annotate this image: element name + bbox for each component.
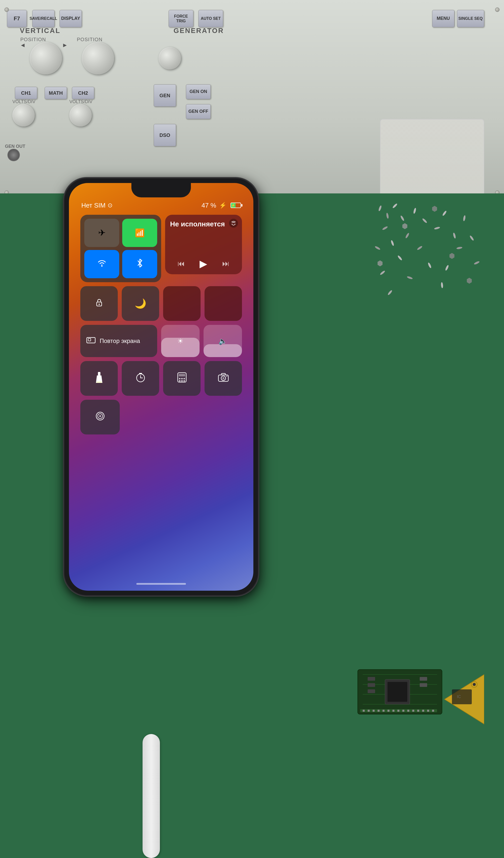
osc-vertical-label: VERTICAL: [20, 27, 61, 35]
svg-point-78: [181, 378, 183, 379]
svg-rect-48: [388, 710, 389, 712]
calculator-tile[interactable]: [163, 361, 200, 396]
tile-empty-1[interactable]: [163, 286, 200, 321]
osc-force-trig-btn[interactable]: FORCE TRIG: [168, 10, 193, 27]
osc-display-btn[interactable]: DISPLAY: [60, 10, 82, 27]
iphone-screen: Нет SIM ⊙ 47 % ⚡ ⚡: [69, 183, 254, 591]
home-indicator[interactable]: [136, 583, 186, 585]
wifi-icon: [97, 259, 107, 269]
svg-point-15: [463, 215, 466, 221]
svg-point-4: [382, 226, 388, 231]
wifi-tile[interactable]: [84, 250, 119, 278]
airplane-icon: ✈: [98, 228, 105, 238]
volume-slider[interactable]: 🔈: [204, 325, 242, 357]
airplay-button[interactable]: [229, 219, 238, 228]
svg-point-79: [183, 378, 185, 379]
osc-auto-set-btn[interactable]: AUTO SET: [198, 10, 223, 27]
cc-second-row: 🌙: [80, 286, 242, 321]
svg-point-24: [387, 290, 393, 296]
airplane-mode-tile[interactable]: ✈: [84, 219, 119, 247]
svg-rect-39: [368, 689, 375, 693]
nfc-spacer: [124, 400, 242, 434]
flashlight-tile[interactable]: [80, 361, 118, 396]
bluetooth-icon: [137, 259, 143, 270]
svg-point-21: [469, 235, 474, 241]
osc-single-seq-btn[interactable]: SINGLE SEQ: [457, 10, 484, 27]
tile-empty-2[interactable]: [205, 286, 242, 321]
hotspot-tile[interactable]: 📶: [122, 219, 157, 247]
music-tile[interactable]: Не исполняется ⏮ ▶ ⏭: [165, 215, 242, 274]
svg-rect-68: [98, 372, 100, 376]
music-controls: ⏮ ▶ ⏭: [170, 258, 237, 269]
iphone-notch: [131, 183, 191, 197]
osc-save-recall-btn[interactable]: SAVE/RECALL: [32, 10, 54, 27]
svg-point-14: [397, 255, 403, 261]
svg-rect-76: [179, 374, 185, 377]
osc-bnc-connector: [7, 149, 20, 161]
osc-gen-on-btn[interactable]: GEN ON: [186, 84, 211, 99]
screen-lock-icon: [94, 298, 104, 309]
osc-gen-off-btn[interactable]: GEN OFF: [186, 104, 211, 119]
osc-ch1-btn[interactable]: CH1: [15, 87, 37, 99]
brightness-icon: ☀: [177, 337, 183, 345]
wifi-status-icon: ⊙: [108, 202, 113, 209]
svg-point-10: [375, 246, 381, 251]
control-center: ✈ 📶: [76, 215, 246, 434]
osc-math-btn[interactable]: MATH: [45, 87, 67, 99]
svg-point-6: [422, 218, 428, 224]
svg-marker-27: [450, 253, 454, 259]
svg-point-82: [183, 380, 185, 382]
osc-screw-tr: [495, 7, 500, 12]
iphone-body: Нет SIM ⊙ 47 % ⚡ ⚡: [64, 178, 258, 595]
status-right: 47 % ⚡ ⚡: [201, 202, 241, 209]
svg-rect-70: [96, 381, 102, 383]
svg-rect-74: [139, 373, 142, 374]
screen-mirror-tile[interactable]: Повтор экрана: [80, 325, 157, 357]
do-not-disturb-tile[interactable]: 🌙: [122, 286, 159, 321]
svg-point-86: [226, 376, 227, 377]
screws-pile: [365, 198, 489, 347]
osc-ch2-btn[interactable]: CH2: [72, 87, 94, 99]
timer-tile[interactable]: [122, 361, 159, 396]
osc-f7-btn[interactable]: F7: [7, 10, 27, 27]
svg-point-2: [392, 203, 398, 209]
screen-mirror-icon: [86, 336, 96, 346]
osc-volts-div1-knob[interactable]: [12, 104, 35, 126]
cc-tile-group-2x2: ✈ 📶: [84, 219, 157, 278]
svg-point-85: [222, 377, 224, 379]
status-left: Нет SIM ⊙: [81, 202, 113, 209]
osc-dso-btn[interactable]: DSO: [154, 124, 176, 146]
cc-mirror-row: Повтор экрана ☀ 🔈: [80, 325, 242, 357]
osc-volts-div2-knob[interactable]: [69, 104, 92, 126]
osc-gen-out-label: GEN OUT: [5, 144, 25, 149]
hotspot-icon: 📶: [135, 228, 145, 238]
osc-gen-knob[interactable]: [159, 47, 181, 69]
svg-point-8: [390, 240, 394, 246]
osc-position2-knob[interactable]: [82, 42, 114, 74]
camera-tile[interactable]: [205, 361, 242, 396]
timer-icon: [135, 372, 146, 385]
prev-track-button[interactable]: ⏮: [178, 259, 185, 268]
brightness-slider[interactable]: ☀: [161, 325, 199, 357]
svg-rect-67: [88, 338, 91, 341]
nfc-tile[interactable]: [80, 400, 120, 434]
svg-rect-53: [412, 710, 414, 712]
flashlight-icon: [95, 372, 103, 385]
lightning-cable: [139, 734, 164, 858]
svg-point-62: [473, 683, 476, 686]
svg-point-63: [101, 266, 102, 267]
screen-lock-tile[interactable]: [80, 286, 118, 321]
play-button[interactable]: ▶: [199, 258, 207, 269]
osc-menu-btn[interactable]: MENU: [432, 10, 454, 27]
svg-point-18: [379, 270, 386, 275]
cc-connectivity-group[interactable]: ✈ 📶: [80, 215, 161, 282]
osc-position1-knob[interactable]: [30, 42, 62, 74]
svg-point-1: [386, 212, 389, 219]
next-track-button[interactable]: ⏭: [222, 259, 230, 268]
svg-point-81: [181, 380, 183, 382]
svg-rect-41: [420, 683, 427, 687]
svg-rect-51: [402, 710, 404, 712]
moon-icon: 🌙: [135, 298, 146, 309]
bluetooth-tile[interactable]: [122, 250, 157, 278]
osc-gen-btn[interactable]: GEN: [154, 84, 176, 107]
